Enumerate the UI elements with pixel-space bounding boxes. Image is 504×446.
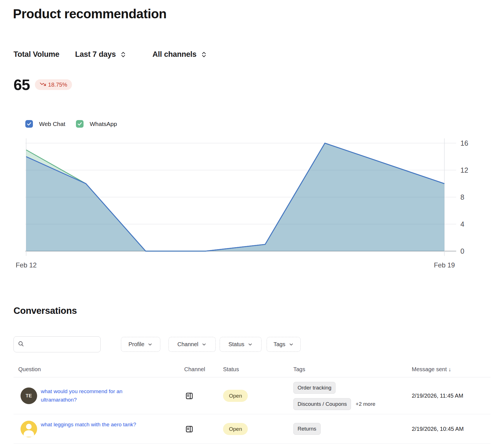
svg-text:Feb 12: Feb 12	[16, 261, 37, 269]
chevron-down-icon	[248, 342, 253, 347]
search-box[interactable]	[14, 336, 101, 352]
checkbox-checked-icon[interactable]	[76, 120, 84, 128]
page: Product recommendation Total Volume Last…	[0, 0, 504, 446]
svg-text:4: 4	[460, 220, 464, 228]
table-row[interactable]: TE what would you recommend for an ultra…	[14, 377, 490, 414]
trend-percent: 18.75%	[48, 82, 67, 88]
svg-text:Feb 19: Feb 19	[434, 261, 455, 269]
channel-filter-select[interactable]: All channels	[152, 50, 208, 59]
web-chat-channel-icon	[185, 392, 194, 401]
tags-cell: Order tracking Discounts / Coupons +2 mo…	[293, 382, 375, 410]
col-status: Status	[223, 366, 239, 373]
avatar: TE	[21, 388, 37, 404]
tag-chip[interactable]: Order tracking	[293, 382, 336, 394]
page-title: Product recommendation	[13, 6, 166, 21]
col-channel: Channel	[184, 366, 205, 373]
volume-chart: 0481216Feb 12Feb 19	[0, 135, 504, 276]
tags-cell: Returns	[293, 423, 321, 435]
search-icon	[18, 341, 24, 348]
date-range-select[interactable]: Last 7 days	[75, 50, 127, 59]
filter-status-button[interactable]: Status	[220, 337, 262, 352]
question-link[interactable]: what leggings match with the aero tank?	[41, 420, 138, 429]
checkbox-checked-icon[interactable]	[25, 120, 33, 128]
web-chat-channel-icon	[185, 425, 194, 434]
stat-value: 65	[14, 76, 30, 93]
volume-chart-svg: 0481216Feb 12Feb 19	[0, 135, 504, 276]
unfold-more-icon	[120, 51, 127, 58]
legend-item-whatsapp[interactable]: WhatsApp	[76, 120, 117, 128]
tag-chip[interactable]: Returns	[293, 423, 321, 435]
svg-text:16: 16	[460, 139, 468, 147]
conversations-heading: Conversations	[14, 305, 77, 316]
table-header: Question Channel Status Tags Message sen…	[14, 363, 490, 377]
metric-label-group: Total Volume	[14, 50, 59, 59]
trend-badge: 18.75%	[35, 79, 72, 90]
filter-tags-button[interactable]: Tags	[267, 337, 301, 352]
person-icon	[21, 421, 37, 437]
status-badge: Open	[223, 390, 248, 402]
status-badge: Open	[223, 423, 248, 435]
chevron-down-icon	[289, 342, 294, 347]
unfold-more-icon	[200, 51, 208, 58]
legend-item-web-chat[interactable]: Web Chat	[25, 120, 65, 128]
message-sent-timestamp: 2/19/2026, 10:45 AM	[412, 426, 464, 432]
table-row[interactable]: what leggings match with the aero tank? …	[14, 414, 490, 444]
svg-text:0: 0	[460, 247, 464, 255]
question-link[interactable]: what would you recommend for an ultramar…	[41, 387, 138, 404]
tag-chip[interactable]: Discounts / Coupons	[293, 398, 351, 410]
chevron-down-icon	[201, 342, 207, 347]
trending-down-icon	[40, 81, 46, 89]
col-message-sent[interactable]: Message sent ↓	[412, 366, 451, 373]
total-volume-stat: 65 18.75%	[14, 76, 72, 93]
avatar	[21, 421, 37, 437]
more-tags-label: +2 more	[356, 401, 375, 407]
col-question: Question	[18, 366, 41, 373]
metric-label: Total Volume	[14, 50, 59, 59]
sort-desc-icon[interactable]: ↓	[448, 366, 451, 372]
filter-channel-button[interactable]: Channel	[168, 337, 216, 352]
conversations-table: Question Channel Status Tags Message sen…	[14, 363, 490, 444]
filter-profile-button[interactable]: Profile	[121, 337, 160, 352]
col-tags: Tags	[293, 366, 305, 373]
message-sent-timestamp: 2/19/2026, 11:45 AM	[412, 393, 463, 399]
chevron-down-icon	[147, 342, 153, 347]
svg-text:8: 8	[460, 193, 464, 201]
search-input[interactable]	[27, 341, 102, 348]
svg-text:12: 12	[460, 166, 468, 174]
conversations-filterbar: Profile Channel Status Tags	[14, 336, 490, 352]
chart-legend: Web Chat WhatsApp	[25, 120, 117, 128]
